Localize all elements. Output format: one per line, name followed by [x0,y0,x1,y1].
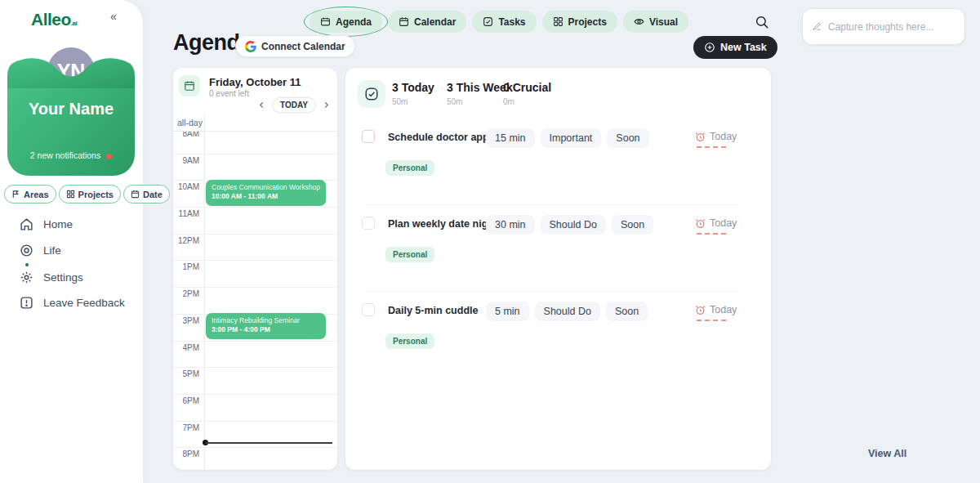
new-task-button[interactable]: New Task [693,36,777,59]
priority-pill[interactable]: Important [541,128,602,148]
hour-row: 6PM [173,394,337,421]
calendar-nav: TODAY [257,97,331,113]
tab-agenda[interactable]: Agenda [310,11,382,33]
due-underline [697,146,726,148]
alarm-icon [695,218,706,229]
user-name: Your Name [7,100,135,119]
hour-label: 11AM [173,208,199,218]
eye-icon [634,16,644,27]
feedback-icon [20,296,33,310]
priority-pill[interactable]: Should Do [535,302,600,321]
due-date-chip[interactable]: Today [695,131,737,142]
calendar-event[interactable]: Intimacy Rebuilding Seminar 3:00 PM - 4:… [206,313,326,339]
hour-label: 9AM [173,154,199,165]
capture-thoughts-input[interactable] [828,21,955,33]
home-icon [20,217,33,231]
sidebar-filters: Areas Projects Date [4,185,170,203]
notifications-link[interactable]: 2 new notifications [7,150,135,160]
hour-row: 4PM [173,341,337,368]
capture-thoughts-box [802,8,965,45]
hour-label: 2PM [173,288,199,298]
flag-icon [11,190,20,199]
sidebar-item-home[interactable]: Home [20,217,73,231]
google-icon [245,41,256,52]
duration-pill[interactable]: 5 min [486,302,529,321]
all-day-label: all-day [177,118,203,127]
priority-pill[interactable]: Should Do [541,215,606,235]
chevron-left-icon[interactable] [257,101,266,110]
hour-row: 9AM [173,154,337,181]
stat-crucial: 0 Crucial 0m [503,81,551,106]
calendar-panel: Friday, October 11 0 event left TODAY al… [173,68,337,470]
hour-row: 8AM [173,132,337,154]
hour-label: 12PM [173,235,199,245]
sidebar: Alleo.ai « YN Your Name 2 new notificati… [0,0,143,483]
all-day-row: all-day [173,114,337,132]
calendar-date: Friday, October 11 [209,76,301,88]
urgency-pill[interactable]: Soon [612,215,653,235]
hour-row: 2PM [173,287,337,314]
hour-row: 1PM [173,260,337,287]
task-row: Plan weekly date night 30 min Should Do … [345,212,771,298]
calendar-icon [131,190,140,199]
notification-dot-icon [106,154,112,159]
grid-icon [66,190,75,199]
hour-label: 8PM [173,448,199,458]
task-row: Schedule doctor appointment 15 min Impor… [345,125,771,212]
tab-projects[interactable]: Projects [542,11,617,33]
due-date-chip[interactable]: Today [695,304,737,315]
hour-label: 5PM [173,368,199,378]
hour-row: 11AM [173,207,337,234]
due-date-chip[interactable]: Today [695,217,737,229]
task-row: Daily 5-min cuddle 5 min Should Do Soon … [345,298,771,385]
sidebar-item-life[interactable]: Life [20,244,61,257]
hour-row: 5PM [173,367,337,394]
tab-calendar[interactable]: Calendar [388,11,466,33]
tag-personal[interactable]: Personal [385,247,434,262]
profile-card: Your Name 2 new notifications [7,88,135,176]
calendar-event[interactable]: Couples Communication Workshop 10:00 AM … [206,180,326,206]
hour-label: 3PM [173,315,199,325]
task-checkbox[interactable] [362,217,375,230]
divider [365,291,739,292]
hours-grid: 8AM 9AM 10AM 11AM 12PM 1PM 2PM 3PM 4PM 5… [173,132,337,470]
duration-pill[interactable]: 15 min [486,128,535,148]
tab-visual[interactable]: Visual [623,11,688,33]
alarm-icon [695,132,706,142]
connect-calendar-button[interactable]: Connect Calendar [235,35,355,57]
grid-icon [553,16,564,27]
filter-projects[interactable]: Projects [59,185,121,203]
app-logo[interactable]: Alleo.ai [31,10,77,29]
task-checkbox[interactable] [362,303,375,316]
life-active-dot-icon [25,263,29,266]
hour-label: 8AM [173,132,199,138]
task-title[interactable]: Daily 5-min cuddle [388,305,478,316]
filter-date[interactable]: Date [123,185,170,203]
hour-row: 8PM [173,447,337,470]
search-icon[interactable] [755,15,769,29]
hour-label: 1PM [173,261,199,271]
view-all-link[interactable]: View All [868,448,906,459]
hour-label: 6PM [173,395,199,405]
agenda-icon [320,16,331,27]
urgency-pill[interactable]: Soon [606,302,648,321]
chevron-right-icon[interactable] [322,101,331,110]
task-checkbox[interactable] [362,130,375,143]
stat-today: 3 Today 50m [392,81,434,106]
sidebar-item-settings[interactable]: Settings [20,271,83,284]
sidebar-item-leave-feedback[interactable]: Leave Feedback [20,296,125,310]
pen-icon [813,20,822,33]
current-time-line [206,442,332,444]
today-button[interactable]: TODAY [272,97,316,113]
duration-pill[interactable]: 30 min [486,215,535,235]
due-underline [697,233,726,235]
tab-tasks[interactable]: Tasks [472,11,536,33]
task-title[interactable]: Plan weekly date night [388,218,497,230]
gear-icon [20,271,33,284]
due-underline [697,320,726,321]
urgency-pill[interactable]: Soon [607,128,648,148]
tag-personal[interactable]: Personal [385,160,434,176]
tag-personal[interactable]: Personal [385,333,434,349]
filter-areas[interactable]: Areas [4,185,56,203]
collapse-sidebar-icon[interactable]: « [110,10,117,23]
